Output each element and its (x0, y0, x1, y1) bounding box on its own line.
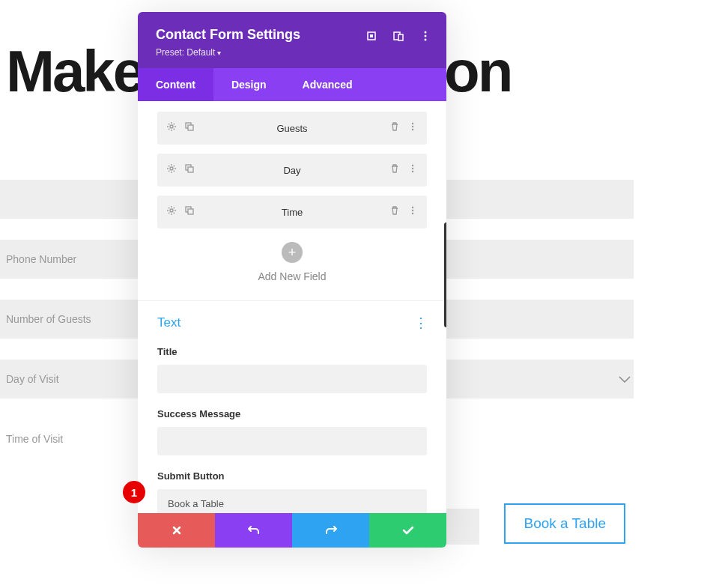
scrollbar[interactable] (444, 222, 446, 327)
more-icon[interactable] (419, 30, 431, 42)
field-row-guests[interactable]: Guests (157, 112, 427, 145)
more-icon[interactable] (407, 205, 418, 219)
undo-button[interactable] (215, 513, 292, 548)
svg-point-5 (425, 35, 427, 37)
duplicate-icon[interactable] (184, 163, 195, 177)
add-field-button[interactable]: + (282, 242, 303, 263)
modal-header: Contact Form Settings Preset: Default (138, 12, 446, 68)
expand-icon[interactable] (365, 30, 377, 42)
svg-point-12 (412, 129, 413, 130)
trash-icon[interactable] (389, 163, 400, 177)
bg-time-label: Time of Visit (6, 433, 63, 445)
field-row-time[interactable]: Time (157, 196, 427, 228)
bg-visit-label: Day of Visit (6, 373, 59, 385)
duplicate-icon[interactable] (184, 205, 195, 219)
field-label: Time (195, 207, 389, 218)
more-icon[interactable] (407, 163, 418, 177)
title-input[interactable] (157, 365, 427, 393)
more-icon[interactable] (407, 121, 418, 135)
save-button[interactable] (369, 513, 446, 548)
svg-rect-9 (188, 125, 193, 130)
cancel-button[interactable] (138, 513, 215, 548)
field-label: Guests (195, 123, 389, 134)
bg-phone-label: Phone Number (6, 253, 76, 265)
bg-guests-label: Number of Guests (6, 313, 91, 325)
field-label: Day (195, 165, 389, 176)
responsive-icon[interactable] (392, 30, 404, 42)
modal-tabs: Content Design Advanced (138, 68, 446, 101)
section-more-icon[interactable]: ⋮ (414, 315, 427, 331)
duplicate-icon[interactable] (184, 121, 195, 135)
settings-modal: Contact Form Settings Preset: Default Co… (138, 12, 446, 548)
svg-point-22 (412, 207, 413, 208)
modal-footer (138, 513, 446, 548)
page-submit-button[interactable]: Book a Table (504, 503, 625, 544)
svg-point-16 (412, 165, 413, 166)
svg-point-19 (170, 209, 173, 212)
svg-point-6 (425, 39, 427, 41)
annotation-marker-1: 1 (123, 481, 145, 503)
svg-rect-21 (188, 209, 193, 214)
add-field-label: Add New Field (157, 270, 427, 282)
submit-input[interactable] (157, 489, 427, 513)
svg-point-23 (412, 210, 413, 211)
tab-design[interactable]: Design (213, 68, 285, 101)
svg-point-4 (425, 31, 427, 34)
gear-icon[interactable] (166, 163, 177, 177)
gear-icon[interactable] (166, 205, 177, 219)
title-label: Title (157, 346, 427, 357)
trash-icon[interactable] (389, 205, 400, 219)
svg-point-13 (170, 167, 173, 170)
dropdown-arrow-icon (619, 373, 631, 387)
trash-icon[interactable] (389, 121, 400, 135)
redo-button[interactable] (292, 513, 369, 548)
divider (138, 300, 446, 301)
tab-content[interactable]: Content (138, 68, 213, 101)
bg-field-stub (442, 509, 479, 545)
svg-point-18 (412, 171, 413, 172)
add-field-section: + Add New Field (157, 242, 427, 282)
modal-preset[interactable]: Preset: Default (156, 47, 428, 58)
svg-point-11 (412, 126, 413, 127)
field-row-day[interactable]: Day (157, 154, 427, 187)
tab-advanced[interactable]: Advanced (285, 68, 371, 101)
submit-label: Submit Button (157, 470, 427, 482)
svg-rect-1 (370, 34, 373, 37)
svg-rect-15 (188, 167, 193, 172)
success-label: Success Message (157, 408, 427, 419)
gear-icon[interactable] (166, 121, 177, 135)
text-section-title[interactable]: Text (157, 315, 180, 330)
svg-point-17 (412, 168, 413, 169)
svg-point-7 (170, 125, 173, 128)
bg-time-field[interactable]: Time of Visit (0, 419, 103, 458)
success-input[interactable] (157, 427, 427, 455)
svg-rect-3 (398, 34, 403, 40)
svg-point-24 (412, 213, 413, 214)
svg-point-10 (412, 123, 413, 124)
modal-body: Guests Day Time (138, 101, 446, 513)
